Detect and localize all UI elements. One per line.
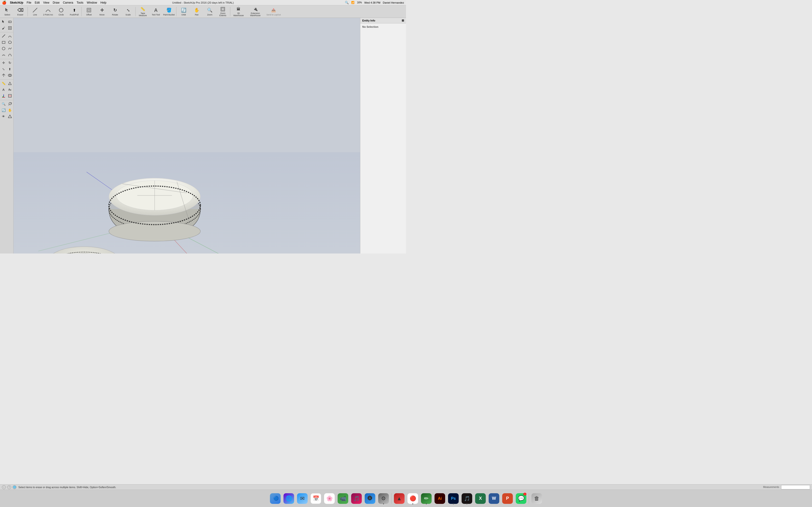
svg-point-13 <box>2 47 5 50</box>
sidebar-row-12 <box>1 93 13 99</box>
sidebar-walktool[interactable]: 👁 <box>1 113 6 119</box>
left-sidebar: 🖌 <box>0 18 13 253</box>
sidebar-row-7: ✛ ↻ <box>1 60 13 66</box>
menubar-view[interactable]: View <box>43 1 49 4</box>
menubar-window[interactable]: Window <box>87 1 97 4</box>
tool-offset[interactable]: Offset <box>83 6 95 17</box>
sidebar-tape[interactable]: 📏 <box>1 80 6 86</box>
tool-pushpull[interactable]: ⬆ Push/Pull <box>68 6 81 17</box>
menubar-tools[interactable]: Tools <box>77 1 83 4</box>
sidebar-scale[interactable]: ⤡ <box>1 66 6 72</box>
sidebar-circle[interactable] <box>1 46 6 51</box>
sidebar-row-8: ⤡ ⬆ <box>1 66 13 72</box>
tool-texttool[interactable]: A Text Tool <box>150 6 162 17</box>
tool-orbit[interactable]: 🔄 Orbit <box>177 6 190 17</box>
tool-eraser[interactable]: ⌫ Eraser <box>14 6 27 17</box>
sidebar-eraser[interactable] <box>7 19 13 24</box>
sidebar-section[interactable] <box>7 93 13 99</box>
menubar-search[interactable]: 🔍 <box>345 1 349 4</box>
menubar-help[interactable]: Help <box>101 1 107 4</box>
tool-paintbucket[interactable]: 🪣 Paint Bucket <box>163 6 175 17</box>
svg-point-1 <box>59 8 63 12</box>
svg-rect-2 <box>87 8 91 12</box>
tool-tapemeasure-label: Tape Measure <box>137 12 149 17</box>
sidebar-bezier[interactable] <box>7 52 13 58</box>
sidebar-axes[interactable] <box>1 93 6 99</box>
svg-rect-3 <box>88 9 90 11</box>
tool-select[interactable]: Select <box>1 6 13 17</box>
sidebar-freehand[interactable] <box>7 46 13 51</box>
canvas-area[interactable] <box>13 18 360 253</box>
tool-line[interactable]: Line <box>29 6 41 17</box>
menubar-wifi: 📶 <box>351 1 355 4</box>
menubar-edit[interactable]: Edit <box>35 1 40 4</box>
tool-scale-label: Scale <box>125 14 131 16</box>
sidebar-protractor[interactable] <box>7 80 13 86</box>
sidebar-3darc[interactable] <box>1 52 6 58</box>
sidebar-arc[interactable] <box>7 33 13 39</box>
sidebar-row-14: 🔄 ✋ <box>1 107 13 113</box>
entity-info-title: Entity Info <box>362 19 375 22</box>
sidebar-zoom[interactable]: 🔍 <box>1 101 6 107</box>
sidebar-row-2: 🖌 <box>1 25 13 31</box>
entity-info-expand[interactable]: ⊞ <box>402 19 404 22</box>
sendtolayout-icon: 📤 <box>270 7 277 13</box>
apple-menu[interactable]: 🍎 <box>2 0 6 5</box>
sidebar-polygon[interactable] <box>7 39 13 45</box>
menubar-user: Daniel Hernandez <box>383 1 404 4</box>
tool-circle[interactable]: Circle <box>55 6 67 17</box>
tool-line-label: Line <box>33 14 37 16</box>
scale-icon: ⤡ <box>125 7 132 13</box>
sidebar-select[interactable] <box>1 19 6 24</box>
sidebar-row-13: 🔍 <box>1 101 13 107</box>
tapemeasure-icon: 📏 <box>140 6 146 12</box>
tool-pan[interactable]: ✋ Pan <box>191 6 203 17</box>
zoom-icon: 🔍 <box>206 7 213 13</box>
sidebar-lookaround[interactable] <box>7 113 13 119</box>
menubar-camera[interactable]: Camera <box>63 1 73 4</box>
tool-sendtolayout[interactable]: 📤 Send to LayOut <box>265 6 282 17</box>
svg-point-35 <box>109 221 200 241</box>
svg-marker-12 <box>8 41 11 44</box>
menubar-draw[interactable]: Draw <box>53 1 59 4</box>
tool-zoomextents[interactable]: Zoom Extents <box>216 6 229 17</box>
toolbar-sep-4 <box>176 7 176 16</box>
menubar-sketchup[interactable]: SketchUp <box>10 1 23 4</box>
sidebar-component[interactable] <box>7 25 13 31</box>
menubar-file[interactable]: File <box>27 1 31 4</box>
sidebar-intersect[interactable] <box>7 72 13 78</box>
sidebar-orbit[interactable]: 🔄 <box>1 107 6 113</box>
tool-texttool-label: Text Tool <box>152 14 160 16</box>
sidebar-rotate[interactable]: ↻ <box>7 60 13 66</box>
sidebar-row-6 <box>1 52 13 58</box>
tool-rotate[interactable]: ↻ Rotate <box>109 6 121 17</box>
tool-zoom[interactable]: 🔍 Zoom <box>203 6 216 17</box>
tool-circle-label: Circle <box>58 14 64 16</box>
sidebar-followme[interactable] <box>1 72 6 78</box>
sidebar-3dtext[interactable]: A₃ <box>7 87 13 93</box>
sidebar-pan[interactable]: ✋ <box>7 107 13 113</box>
sidebar-paint[interactable]: 🖌 <box>1 25 6 31</box>
extensionwarehouse-icon: 🔌 <box>252 6 259 12</box>
sidebar-move[interactable]: ✛ <box>1 60 6 66</box>
sidebar-text[interactable]: A <box>1 87 6 93</box>
tool-3dwarehouse[interactable]: 🏛 3D Warehouse <box>231 6 246 17</box>
sidebar-zoomwindow[interactable] <box>7 101 13 107</box>
tool-scale[interactable]: ⤡ Scale <box>122 6 134 17</box>
tool-extensionwarehouse[interactable]: 🔌 Extension Warehouse <box>246 6 264 17</box>
sidebar-rect[interactable] <box>1 39 6 45</box>
tool-move[interactable]: ✛ Move <box>96 6 108 17</box>
tool-tapemeasure[interactable]: 📏 Tape Measure <box>137 6 149 17</box>
paintbucket-icon: 🪣 <box>165 7 172 13</box>
tool-rotate-label: Rotate <box>112 14 118 16</box>
sidebar-pushpull[interactable]: ⬆ <box>7 66 13 72</box>
entity-info-header: Entity Info ⊞ <box>360 18 406 23</box>
tool-eraser-label: Eraser <box>17 14 23 16</box>
toolbar: Select ⌫ Eraser Line 2 Point Arc Circle … <box>0 5 406 18</box>
toolbar-sep-3 <box>135 7 136 16</box>
no-selection-label: No Selection <box>360 23 406 30</box>
svg-marker-25 <box>8 115 12 118</box>
sidebar-line[interactable] <box>1 33 6 39</box>
tool-2pointarc[interactable]: 2 Point Arc <box>42 6 54 17</box>
tool-offset-label: Offset <box>86 14 92 16</box>
